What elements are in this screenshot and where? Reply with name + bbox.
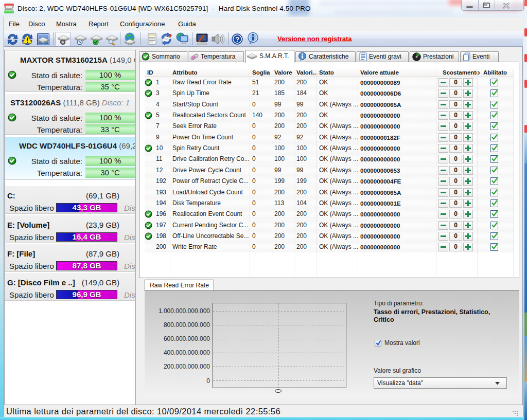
svg-text:?: ? — [235, 35, 239, 43]
